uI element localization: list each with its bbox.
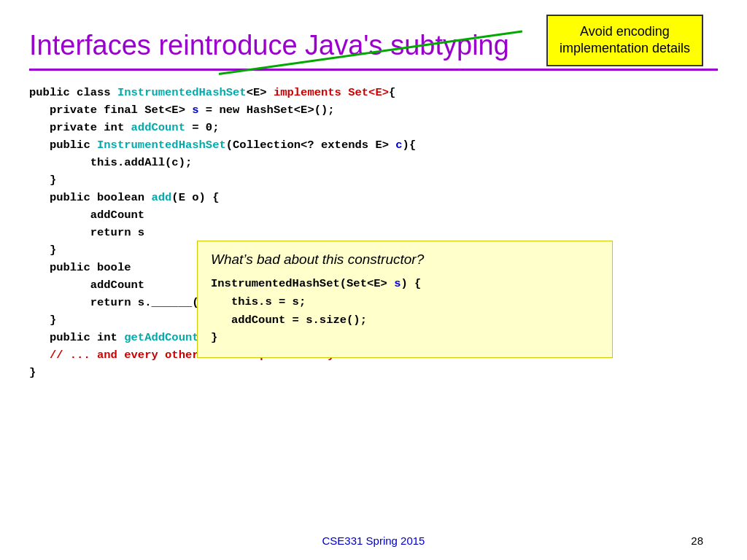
tooltip-line1: Avoid encoding [580, 24, 670, 39]
code-line-2: private final Set<E> s = new HashSet<E>(… [29, 101, 718, 119]
slide: Avoid encoding implementation details In… [0, 0, 747, 560]
code-line-4: public InstrumentedHashSet(Collection<? … [29, 136, 718, 154]
footer-course: CSE331 Spring 2015 [322, 534, 425, 547]
popup-question: What’s bad about this constructor? [211, 252, 599, 268]
popup-code-line-1: InstrumentedHashSet(Set<E> s) { [211, 275, 599, 293]
code-line-3: private int addCount = 0; [29, 119, 718, 136]
code-line-8: addCount [29, 206, 718, 224]
popup-code-line-2: this.s = s; [211, 293, 599, 311]
footer-page: 28 [691, 534, 703, 547]
code-line-5: this.addAll(c); [29, 154, 718, 171]
code-line-1: public class InstrumentedHashSet<E> impl… [29, 84, 718, 101]
tooltip-box: Avoid encoding implementation details [546, 15, 703, 66]
popup-code-line-4: } [211, 329, 599, 347]
popup-box: What’s bad about this constructor? Instr… [197, 241, 613, 358]
code-line-7: public boolean add(E o) { [29, 189, 718, 206]
title-underline [29, 69, 718, 71]
code-line-9: return s [29, 224, 718, 241]
tooltip-line2: implementation details [560, 41, 690, 55]
code-line-6: } [29, 171, 718, 189]
code-line-17: } [29, 364, 718, 381]
popup-code-line-3: addCount = s.size(); [211, 311, 599, 330]
popup-code: InstrumentedHashSet(Set<E> s) { this.s =… [211, 275, 599, 347]
